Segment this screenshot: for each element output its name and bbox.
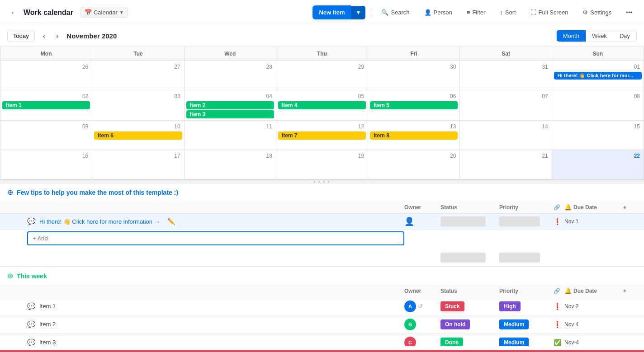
cell-18[interactable]: 18 bbox=[185, 150, 276, 179]
today-button[interactable]: Today bbox=[7, 30, 35, 42]
tab-day[interactable]: Day bbox=[613, 30, 636, 42]
cell-10[interactable]: 10 Item 6 bbox=[92, 121, 184, 150]
tw-col-status: Status bbox=[440, 288, 499, 294]
add-item-input[interactable] bbox=[27, 231, 404, 245]
event-item2[interactable]: Item 2 bbox=[186, 101, 274, 109]
filter-icon: ≡ bbox=[467, 9, 470, 16]
cell-12[interactable]: 12 Item 7 bbox=[276, 121, 368, 150]
cell-22[interactable]: 22 bbox=[552, 150, 644, 179]
event-item3[interactable]: Item 3 bbox=[186, 110, 274, 118]
calendar-badge[interactable]: 📅 Calendar ▼ bbox=[80, 7, 128, 18]
collapse-icon[interactable]: ⊕ bbox=[7, 188, 13, 197]
sort-label: Sort bbox=[505, 9, 516, 16]
cell-17[interactable]: 17 bbox=[92, 150, 184, 179]
priority-badge[interactable]: High bbox=[499, 301, 521, 311]
owner-cell: C bbox=[404, 337, 440, 347]
search-action[interactable]: 🔍 Search bbox=[377, 6, 414, 19]
col-add[interactable]: + bbox=[623, 204, 637, 211]
cell-06[interactable]: 06 Item 5 bbox=[368, 90, 460, 121]
person-action[interactable]: 👤 Person bbox=[420, 6, 457, 19]
cell-26[interactable]: 26 bbox=[0, 61, 92, 90]
due-date: Nov 2 bbox=[564, 303, 623, 310]
cell-13[interactable]: 13 Item 8 bbox=[368, 121, 460, 150]
cell-04[interactable]: 04 Item 2 Item 3 bbox=[185, 90, 276, 121]
more-action[interactable]: ••• bbox=[621, 6, 637, 19]
search-icon: 🔍 bbox=[381, 9, 388, 16]
settings-action[interactable]: ⚙ Settings bbox=[578, 6, 616, 19]
event-item4[interactable]: Item 4 bbox=[278, 101, 366, 109]
status-badge[interactable]: On hold bbox=[440, 319, 470, 329]
due-date: Nov 4 bbox=[564, 321, 623, 328]
calendar-icon: 📅 bbox=[85, 9, 92, 16]
chat-icon: 💬 bbox=[27, 320, 36, 329]
table-row: 💬 Item 2 B On hold Medium ❗ Nov 4 bbox=[0, 315, 644, 333]
cell-08[interactable]: 08 bbox=[552, 90, 644, 121]
new-item-main[interactable]: New Item bbox=[313, 5, 351, 19]
event-item1[interactable]: Item 1 bbox=[2, 101, 90, 109]
filter-action[interactable]: ≡ Filter bbox=[462, 6, 490, 19]
day-headers: Mon Tue Wed Thu Fri Sat Sun bbox=[0, 47, 644, 61]
event-item5[interactable]: Item 5 bbox=[370, 101, 458, 109]
event-item7[interactable]: Item 7 bbox=[278, 131, 366, 140]
prev-month-button[interactable]: ‹ bbox=[40, 30, 48, 42]
chat-icon: 💬 bbox=[27, 302, 36, 310]
fullscreen-action[interactable]: ⛶ Full Screen bbox=[526, 6, 573, 19]
cell-16[interactable]: 16 bbox=[0, 150, 92, 179]
cell-02[interactable]: 02 Item 1 bbox=[0, 90, 92, 121]
priority-badge[interactable]: Medium bbox=[499, 319, 529, 329]
priority-flag: ❗ bbox=[554, 303, 561, 310]
priority-check: ✅ bbox=[554, 339, 561, 346]
tips-group-header: ⊕ Few tips to help you make the most of … bbox=[0, 183, 644, 201]
resize-handle[interactable]: • • • • bbox=[0, 180, 644, 183]
fullscreen-label: Full Screen bbox=[539, 9, 568, 16]
tw-col-add[interactable]: + bbox=[623, 288, 637, 294]
sidebar-toggle[interactable]: › bbox=[7, 7, 18, 18]
cell-19[interactable]: 19 bbox=[276, 150, 368, 179]
cell-09[interactable]: 09 bbox=[0, 121, 92, 150]
event-hi-there[interactable]: Hi there! 👋 Click here for mor... bbox=[554, 72, 642, 80]
tips-item-text[interactable]: Hi there! 👋 Click here for more informat… bbox=[39, 218, 160, 225]
cell-11[interactable]: 11 bbox=[185, 121, 276, 150]
summary-priority-bar bbox=[499, 253, 540, 263]
cell-27[interactable]: 27 bbox=[92, 61, 184, 90]
week-3: 09 10 Item 6 11 12 Item 7 13 Item 8 14 1… bbox=[0, 121, 644, 150]
priority-badge[interactable]: Medium bbox=[499, 338, 529, 346]
cell-21[interactable]: 21 bbox=[460, 150, 552, 179]
cell-14[interactable]: 14 bbox=[460, 121, 552, 150]
cell-05[interactable]: 05 Item 4 bbox=[276, 90, 368, 121]
tips-item-row: 💬 Hi there! 👋 Click here for more inform… bbox=[0, 214, 644, 230]
fullscreen-icon: ⛶ bbox=[530, 9, 536, 16]
this-week-collapse-icon[interactable]: ⊕ bbox=[7, 272, 13, 280]
new-item-button[interactable]: New Item ▼ bbox=[313, 5, 365, 19]
chevron-down-icon: ▼ bbox=[119, 10, 124, 15]
more-icon: ••• bbox=[626, 9, 632, 16]
next-month-button[interactable]: › bbox=[53, 30, 61, 42]
avatar: C bbox=[404, 337, 416, 347]
new-item-dropdown[interactable]: ▼ bbox=[351, 6, 365, 19]
sort-action[interactable]: ↕ Sort bbox=[495, 6, 520, 19]
cell-29[interactable]: 29 bbox=[276, 61, 368, 90]
col-due-date: Due Date bbox=[573, 204, 597, 211]
status-badge[interactable]: Stuck bbox=[440, 301, 464, 311]
cell-07[interactable]: 07 bbox=[460, 90, 552, 121]
search-label: Search bbox=[391, 9, 409, 16]
cell-30[interactable]: 30 bbox=[368, 61, 460, 90]
tw-col-owner: Owner bbox=[404, 288, 440, 294]
owner-placeholder: 👤 bbox=[404, 216, 414, 226]
tab-week[interactable]: Week bbox=[586, 30, 613, 42]
cell-15[interactable]: 15 bbox=[552, 121, 644, 150]
day-mon: Mon bbox=[0, 47, 92, 61]
cell-01[interactable]: 01 Hi there! 👋 Click here for mor... bbox=[552, 61, 644, 90]
tips-chat-icon: 💬 bbox=[27, 217, 36, 225]
top-header: › Work calendar 📅 Calendar ▼ New Item ▼ … bbox=[0, 0, 644, 25]
event-item6[interactable]: Item 6 bbox=[94, 131, 182, 140]
cell-03[interactable]: 03 bbox=[92, 90, 184, 121]
cell-31[interactable]: 31 bbox=[460, 61, 552, 90]
cell-20[interactable]: 20 bbox=[368, 150, 460, 179]
view-tabs: Month Week Day bbox=[556, 30, 637, 42]
tab-month[interactable]: Month bbox=[557, 30, 586, 42]
event-item8[interactable]: Item 8 bbox=[370, 131, 458, 140]
cell-28[interactable]: 28 bbox=[185, 61, 276, 90]
status-badge[interactable]: Done bbox=[440, 338, 463, 346]
calendar-grid-container: Mon Tue Wed Thu Fri Sat Sun 26 27 28 29 … bbox=[0, 47, 644, 180]
